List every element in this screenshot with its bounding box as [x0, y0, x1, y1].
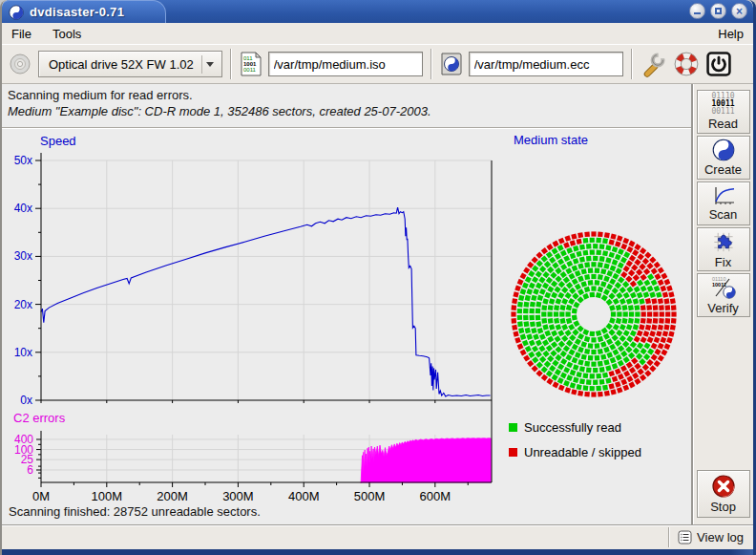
svg-text:200M: 200M — [157, 489, 188, 503]
medium-state-title: Medium state — [514, 133, 588, 147]
svg-text:30x: 30x — [14, 249, 32, 263]
svg-text:600M: 600M — [420, 489, 452, 503]
speed-c2-chart: 0x10x20x30x40x50x4001002560M100M200M300M… — [2, 130, 508, 506]
create-yinyang-icon — [712, 139, 735, 161]
toolbar-separator — [631, 49, 633, 79]
minimize-button[interactable] — [689, 3, 705, 19]
svg-text:0011: 0011 — [243, 67, 257, 73]
status-line1: Scanning medium for read errors. — [8, 87, 431, 103]
ecc-path-input[interactable] — [469, 52, 623, 76]
fix-button[interactable]: Fix — [697, 227, 750, 271]
svg-text:400M: 400M — [288, 489, 320, 503]
menu-tools[interactable]: Tools — [51, 25, 83, 43]
iso-file-icon: 011 1001 0011 — [240, 52, 262, 76]
legend-ok-label: Successfully read — [524, 420, 621, 435]
create-label: Create — [704, 162, 742, 177]
app-window: dvdisaster-0.71 × File Tools Help Optica… — [0, 0, 756, 555]
scan-label: Scan — [709, 207, 738, 222]
stop-label: Stop — [710, 500, 736, 514]
drive-selector[interactable]: Optical drive 52X FW 1.02 — [38, 51, 222, 77]
verify-label: Verify — [707, 301, 739, 315]
menubar: File Tools Help — [2, 23, 753, 44]
fix-label: Fix — [715, 255, 731, 269]
legend-bad-label: Unreadable / skipped — [524, 445, 641, 459]
titlebar-tab: dvdisaster-0.71 — [2, 0, 166, 23]
separator — [2, 127, 691, 129]
statusbar: View log — [2, 524, 753, 549]
view-log-label: View log — [697, 530, 744, 544]
toolbar-separator — [430, 49, 432, 79]
toolbar: Optical drive 52X FW 1.02 011 1001 0011 — [2, 44, 753, 84]
maximize-button[interactable] — [710, 3, 726, 19]
window-title: dvdisaster-0.71 — [30, 5, 124, 19]
legend-bad-swatch — [509, 448, 517, 457]
titlebar[interactable]: dvdisaster-0.71 × — [2, 0, 753, 23]
fix-puzzle-icon — [710, 229, 736, 254]
statusbar-left — [2, 525, 668, 549]
svg-text:0x: 0x — [20, 394, 32, 407]
toolbar-separator — [230, 49, 232, 79]
verify-icon: 01110 10011 — [709, 275, 738, 300]
legend-ok-swatch — [509, 423, 517, 432]
window-bottom-border — [2, 549, 753, 555]
menu-file[interactable]: File — [10, 25, 33, 43]
drive-selector-arrow — [201, 55, 218, 74]
main-panel: Scanning medium for read errors. Medium … — [2, 84, 691, 524]
svg-text:10x: 10x — [14, 346, 32, 359]
maximize-icon — [715, 8, 722, 14]
stop-icon — [711, 474, 736, 499]
iso-path-input[interactable] — [268, 52, 423, 76]
drive-selector-value: Optical drive 52X FW 1.02 — [49, 57, 194, 72]
action-sidebar: 01110 10011 00111 Read Create — [691, 84, 753, 524]
svg-text:300M: 300M — [222, 489, 254, 503]
verify-button[interactable]: 01110 10011 Verify — [697, 273, 750, 317]
preferences-wrench-icon[interactable] — [640, 51, 667, 77]
status-line2: Medium "Example disc": CD-R mode 1, 3524… — [8, 103, 431, 119]
chevron-down-icon — [206, 62, 214, 67]
stop-button[interactable]: Stop — [697, 470, 750, 518]
scan-result-text: Scanning finished: 28752 unreadable sect… — [9, 504, 261, 519]
svg-text:0M: 0M — [32, 489, 50, 503]
create-button[interactable]: Create — [697, 136, 750, 180]
svg-text:20x: 20x — [14, 298, 32, 311]
svg-text:50x: 50x — [14, 154, 32, 167]
app-yinyang-icon — [9, 5, 24, 20]
ecc-file-icon — [440, 52, 463, 76]
svg-text:6: 6 — [27, 463, 33, 477]
log-list-icon — [678, 530, 692, 544]
quit-power-icon[interactable] — [705, 51, 732, 77]
medium-state-disc — [506, 225, 682, 405]
svg-text:40x: 40x — [14, 202, 32, 215]
read-binary-icon: 01110 10011 00111 — [711, 93, 734, 116]
medium-state-legend: Successfully read Unreadable / skipped — [509, 420, 641, 459]
scan-button[interactable]: Scan — [697, 181, 750, 225]
svg-text:500M: 500M — [354, 489, 386, 503]
read-button[interactable]: 01110 10011 00111 Read — [697, 90, 750, 134]
read-label: Read — [708, 117, 738, 131]
minimize-icon — [694, 12, 701, 14]
close-button[interactable]: × — [731, 3, 747, 19]
help-lifebuoy-icon[interactable] — [673, 51, 700, 77]
view-log-button[interactable]: View log — [670, 525, 753, 549]
optical-drive-icon — [8, 52, 32, 76]
svg-text:100M: 100M — [92, 489, 123, 503]
menu-help[interactable]: Help — [716, 25, 746, 43]
scan-chart-icon — [711, 185, 736, 206]
